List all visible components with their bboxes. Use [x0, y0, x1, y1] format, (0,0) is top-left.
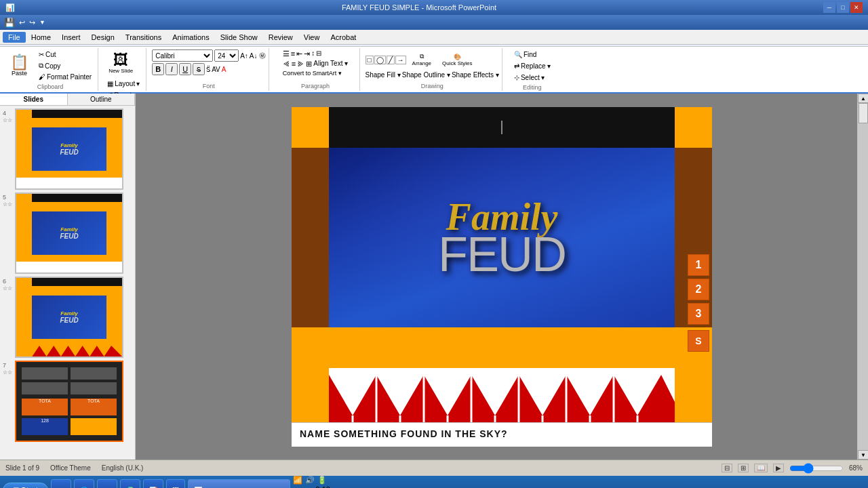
- shape-effects-button[interactable]: Shape Effects ▾: [452, 71, 499, 79]
- italic-button[interactable]: I: [165, 63, 178, 75]
- align-text-button[interactable]: Align Text ▾: [313, 60, 348, 68]
- format-painter-button[interactable]: 🖌 Format Painter: [35, 72, 95, 82]
- slideshow-icon[interactable]: ▶: [773, 464, 784, 472]
- mid-left-cell: [292, 148, 329, 327]
- text-direction-button[interactable]: ↕: [311, 49, 315, 58]
- underline-button[interactable]: U: [179, 63, 191, 75]
- menu-animations[interactable]: Animations: [167, 32, 214, 43]
- zoom-slider[interactable]: [789, 463, 844, 474]
- convert-smartart-button[interactable]: Convert to SmartArt ▾: [283, 70, 342, 77]
- taskbar-explorer[interactable]: 📁: [51, 479, 71, 488]
- menu-home[interactable]: Home: [26, 32, 56, 43]
- text-shadow-button[interactable]: S̈: [206, 66, 210, 73]
- bullets-button[interactable]: ☰: [283, 49, 290, 58]
- menu-file[interactable]: File: [3, 32, 26, 43]
- bold-button[interactable]: B: [152, 63, 164, 75]
- shape-outline-button[interactable]: Shape Outline ▾: [402, 71, 450, 79]
- slide-thumb-4[interactable]: 4☆☆ FamilyFEUD: [3, 108, 132, 190]
- menu-bar: File Home Insert Design Transitions Anim…: [0, 30, 868, 45]
- font-size-select[interactable]: 24: [214, 49, 239, 62]
- mid-right-cell: 1 2 3: [675, 148, 712, 327]
- taskbar-ie[interactable]: 🌐: [74, 479, 94, 488]
- undo-quickaccess[interactable]: ↩: [19, 18, 25, 27]
- view-slidesorter-icon[interactable]: ⊞: [738, 464, 749, 472]
- find-button[interactable]: 🔍 Find: [511, 49, 540, 60]
- cut-button[interactable]: ✂ Cut: [35, 49, 95, 60]
- layout-button[interactable]: ▦ Layout ▾: [104, 79, 143, 89]
- system-tray: 📶 🔊 🔋: [293, 476, 330, 485]
- svg-marker-0: [329, 375, 675, 422]
- menu-insert[interactable]: Insert: [56, 32, 86, 43]
- menu-view[interactable]: View: [298, 32, 326, 43]
- select-button[interactable]: ⊹ Select ▾: [511, 73, 548, 83]
- slide-info: Slide 1 of 9: [5, 464, 39, 472]
- increase-font-button[interactable]: A↑: [240, 52, 248, 60]
- clear-format-button[interactable]: ㊙: [259, 51, 266, 60]
- font-color-button[interactable]: A: [222, 66, 226, 73]
- scroll-thumb[interactable]: [859, 103, 868, 123]
- align-left-button[interactable]: ⫷: [283, 60, 290, 68]
- scroll-down-arrow[interactable]: ▼: [858, 450, 868, 460]
- view-normal-icon[interactable]: ⊟: [722, 464, 732, 472]
- window-title: FAMILY FEUD SIMPLE - Microsoft PowerPoin…: [15, 3, 823, 12]
- justify-button[interactable]: ⊞: [306, 60, 312, 68]
- taskbar-wordpad[interactable]: 📝: [143, 479, 163, 488]
- vertical-scrollbar[interactable]: ▲ ▼: [857, 94, 868, 460]
- taskbar-files[interactable]: 📂: [97, 479, 117, 488]
- slide-thumb-5[interactable]: 5☆☆ FamilyFEUD: [3, 192, 132, 274]
- tab-outline[interactable]: Outline: [68, 94, 136, 105]
- tab-slides[interactable]: Slides: [0, 94, 68, 105]
- slide-canvas[interactable]: Family FEUD 1 2 3 S: [292, 107, 712, 422]
- save-quickaccess[interactable]: 💾: [4, 18, 15, 28]
- slide-thumb-7[interactable]: 7☆☆ TOTA TOTA 128: [3, 361, 132, 442]
- number-box-1: 1: [688, 254, 709, 276]
- decrease-indent-button[interactable]: ⇤: [296, 49, 302, 58]
- mid-center-cell: Family FEUD: [329, 148, 675, 327]
- minimize-button[interactable]: ─: [823, 2, 835, 13]
- close-button[interactable]: ✕: [850, 2, 863, 13]
- network-icon[interactable]: 📶: [293, 476, 302, 485]
- decrease-font-button[interactable]: A↓: [250, 52, 258, 60]
- start-button[interactable]: ⊞ Start: [3, 483, 48, 489]
- volume-icon[interactable]: 🔊: [305, 476, 315, 485]
- numbering-button[interactable]: ≡: [291, 49, 295, 58]
- slide-thumb-6[interactable]: 6☆☆ FamilyFEUD: [3, 277, 132, 358]
- paste-icon: 📋: [10, 55, 28, 70]
- shape-fill-button[interactable]: Shape Fill ▾: [366, 71, 401, 79]
- columns-button[interactable]: ⊟: [316, 49, 321, 58]
- font-name-select[interactable]: Calibri: [152, 49, 213, 62]
- scroll-up-arrow[interactable]: ▲: [858, 94, 868, 103]
- quick-styles-button[interactable]: 🎨 Quick Styles: [437, 50, 477, 70]
- shape-round[interactable]: ◯: [374, 56, 386, 64]
- arrange-button[interactable]: ⧉ Arrange: [408, 49, 436, 70]
- copy-button[interactable]: ⧉ Copy: [35, 60, 95, 71]
- shape-arrow[interactable]: →: [395, 56, 406, 64]
- menu-slideshow[interactable]: Slide Show: [215, 32, 263, 43]
- scroll-track[interactable]: [858, 103, 868, 450]
- increase-indent-button[interactable]: ⇥: [304, 49, 310, 58]
- taskbar-powerpoint[interactable]: 📊 FAMILY FEUD SIMPLE - M...: [188, 479, 290, 488]
- more-quickaccess[interactable]: ▼: [39, 19, 45, 26]
- view-reading-icon[interactable]: 📖: [754, 464, 768, 472]
- maximize-button[interactable]: □: [837, 2, 849, 13]
- taskbar-paint[interactable]: 🖼: [166, 479, 185, 488]
- bot-center-cell: [329, 327, 675, 368]
- strikethrough-button[interactable]: S̶: [193, 63, 205, 75]
- left-panel: Slides Outline 4☆☆ FamilyFEUD: [0, 94, 136, 460]
- zoom-level: 68%: [849, 464, 863, 472]
- shape-line[interactable]: ╱: [387, 56, 395, 64]
- menu-acrobat[interactable]: Acrobat: [325, 32, 361, 43]
- taskbar-browser[interactable]: 🌍: [120, 479, 140, 488]
- align-right-button[interactable]: ⫸: [297, 60, 304, 68]
- char-spacing-button[interactable]: AV: [212, 66, 220, 73]
- replace-button[interactable]: ⇄ Replace ▾: [511, 61, 554, 71]
- bot-left-cell: [292, 327, 329, 368]
- menu-transitions[interactable]: Transitions: [120, 32, 167, 43]
- new-slide-button[interactable]: 🖼 New Slide: [104, 49, 138, 77]
- redo-quickaccess[interactable]: ↪: [29, 18, 35, 27]
- paste-button[interactable]: 📋 Paste: [5, 49, 33, 82]
- menu-review[interactable]: Review: [263, 32, 298, 43]
- align-center-button[interactable]: ≡: [292, 60, 296, 68]
- menu-design[interactable]: Design: [86, 32, 120, 43]
- shape-rect[interactable]: □: [366, 56, 374, 64]
